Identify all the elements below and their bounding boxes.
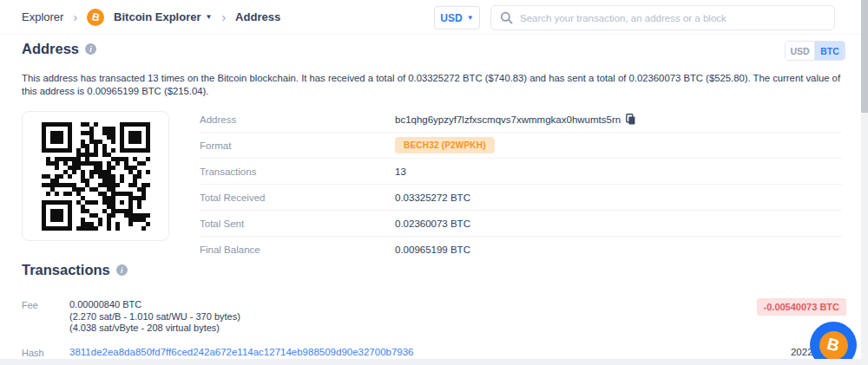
fee-detail-line: (2.270 sat/B - 1.010 sat/WU - 370 bytes) xyxy=(69,311,240,323)
chevron-down-icon: ▼ xyxy=(467,15,474,22)
breadcrumb: Explorer › B Bitcoin Explorer ▼ › Addres… xyxy=(22,9,280,26)
fee-value: 0.00000840 BTC xyxy=(69,299,240,311)
network-label: Bitcoin Explorer xyxy=(114,10,201,23)
detail-label: Total Sent xyxy=(200,218,395,229)
address-section-header: Address i xyxy=(22,41,96,57)
fee-label: Fee xyxy=(22,300,38,310)
detail-label: Address xyxy=(200,114,395,125)
currency-label: USD xyxy=(440,12,462,24)
search-input[interactable] xyxy=(520,13,825,23)
hash-label: Hash xyxy=(22,348,44,358)
table-row-total-received: Total Received 0.03325272 BTC xyxy=(200,185,842,211)
chevron-right-icon: › xyxy=(221,11,226,23)
info-icon[interactable]: i xyxy=(85,43,96,55)
detail-value: 0.00965199 BTC xyxy=(395,244,470,255)
detail-label: Total Received xyxy=(200,192,395,203)
hash-row: Hash 3811de2ea8da850fd7ff6ced242a672e114… xyxy=(22,345,846,359)
table-row-address: Address bc1qhg6ypzyf7lzfxscmqvs7xwmmgkax… xyxy=(200,107,842,133)
breadcrumb-network-dropdown[interactable]: Bitcoin Explorer ▼ xyxy=(114,10,212,23)
copy-icon[interactable] xyxy=(626,114,635,125)
address-value: bc1qhg6ypzyf7lzfxscmqvs7xwmmgkax0hwumts5… xyxy=(395,114,621,125)
blockchain-explorer-page: Explorer › B Bitcoin Explorer ▼ › Addres… xyxy=(0,0,868,365)
search-icon xyxy=(500,11,513,24)
search-bar xyxy=(490,5,835,30)
table-row-format: Format BECH32 (P2WPKH) xyxy=(200,133,842,159)
vertical-scrollbar xyxy=(861,0,868,365)
table-row-final-balance: Final Balance 0.00965199 BTC xyxy=(200,237,842,263)
transactions-section-header: Transactions i xyxy=(22,262,128,278)
fee-detail-line: (4.038 sat/vByte - 208 virtual bytes) xyxy=(69,323,240,335)
top-nav: Explorer › B Bitcoin Explorer ▼ › Addres… xyxy=(0,0,861,35)
fee-row: Fee 0.00000840 BTC (2.270 sat/B - 1.010 … xyxy=(22,297,846,334)
address-summary: This address has transacted 13 times on … xyxy=(22,72,842,98)
format-badge: BECH32 (P2WPKH) xyxy=(395,137,495,153)
currency-toggle: USD BTC xyxy=(785,41,845,61)
chevron-down-icon: ▼ xyxy=(206,14,213,21)
bottom-strip xyxy=(0,359,861,365)
detail-label: Transactions xyxy=(200,166,395,177)
qr-card xyxy=(22,111,169,241)
breadcrumb-page: Address xyxy=(235,10,280,23)
transaction-hash-link[interactable]: 3811de2ea8da850fd7ff6ced242a672e114ac127… xyxy=(69,347,414,357)
scrollbar-thumb[interactable] xyxy=(861,0,868,113)
page-title: Address xyxy=(22,41,79,57)
qr-code xyxy=(42,122,150,231)
transactions-title: Transactions xyxy=(22,262,110,278)
detail-label: Final Balance xyxy=(200,244,395,255)
toggle-usd[interactable]: USD xyxy=(786,42,815,60)
address-details-table: Address bc1qhg6ypzyf7lzfxscmqvs7xwmmgkax… xyxy=(200,107,842,263)
currency-dropdown[interactable]: USD ▼ xyxy=(434,6,480,29)
bitcoin-icon: B xyxy=(819,331,848,360)
bitcoin-icon: B xyxy=(87,9,104,26)
detail-value: 0.02360073 BTC xyxy=(395,218,470,229)
table-row-total-sent: Total Sent 0.02360073 BTC xyxy=(200,211,842,237)
detail-value: 0.03325272 BTC xyxy=(395,192,470,203)
breadcrumb-explorer[interactable]: Explorer xyxy=(22,10,63,23)
fee-details: 0.00000840 BTC (2.270 sat/B - 1.010 sat/… xyxy=(69,299,240,335)
balance-delta-badge: -0.00540073 BTC xyxy=(757,298,846,316)
info-icon[interactable]: i xyxy=(116,264,128,276)
toggle-btc[interactable]: BTC xyxy=(815,42,845,60)
detail-value: 13 xyxy=(395,166,406,177)
detail-label: Format xyxy=(200,140,395,151)
table-row-transactions: Transactions 13 xyxy=(200,159,842,185)
chevron-right-icon: › xyxy=(73,11,77,23)
